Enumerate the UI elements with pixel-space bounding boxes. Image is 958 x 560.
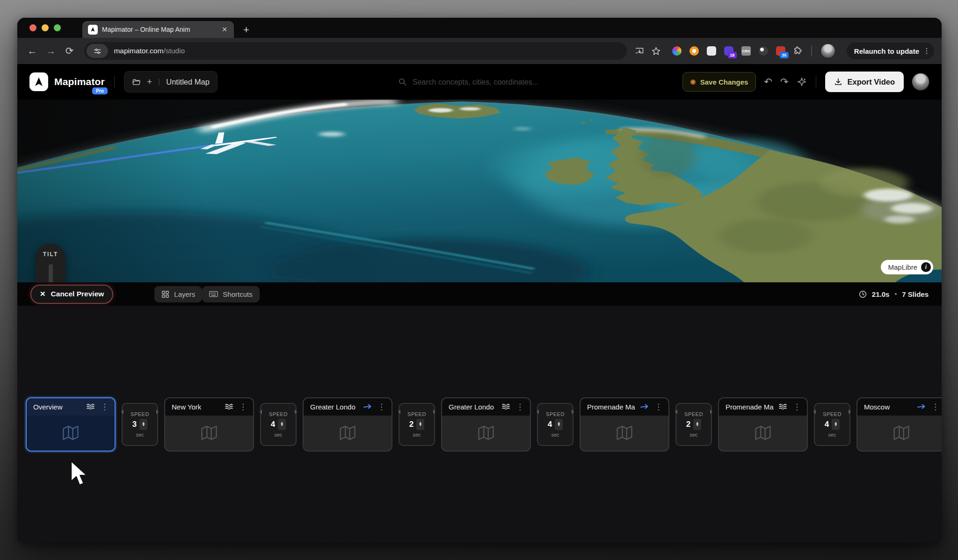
zoom-window-button[interactable] — [54, 24, 61, 31]
speed-stepper[interactable]: ▲▼ — [832, 419, 840, 430]
slide-menu-icon[interactable]: ⋮ — [376, 403, 387, 411]
speed-value[interactable]: 4 — [548, 420, 552, 429]
export-video-button[interactable]: Export Video — [825, 72, 904, 92]
speed-stepper[interactable]: ▲▼ — [139, 419, 147, 430]
forward-button[interactable]: → — [44, 45, 58, 57]
undo-button[interactable]: ↶ — [764, 76, 772, 87]
close-window-button[interactable] — [29, 24, 36, 31]
url-text[interactable]: mapimator.com/studio — [114, 47, 185, 55]
speed-connector: SPEED2▲▼sec — [399, 403, 435, 446]
profile-avatar[interactable] — [820, 43, 835, 58]
slide-menu-icon[interactable]: ⋮ — [99, 403, 110, 411]
purple-extension-icon[interactable]: 18 — [724, 46, 734, 56]
slide-thumbnail[interactable] — [719, 416, 807, 451]
install-app-icon[interactable] — [634, 46, 645, 56]
slide-menu-icon[interactable]: ⋮ — [515, 403, 525, 411]
speed-value[interactable]: 4 — [271, 420, 275, 429]
save-changes-button[interactable]: Save Changes — [682, 72, 756, 92]
user-avatar[interactable] — [912, 73, 929, 91]
browser-menu-icon[interactable]: ⋮ — [923, 47, 930, 55]
slide-card-moscow[interactable]: Moscow⋮ — [856, 397, 942, 452]
map-attribution[interactable]: MapLibre i — [881, 260, 933, 274]
slide-card-greater-londo[interactable]: Greater Londo⋮ — [303, 397, 392, 452]
redo-button[interactable]: ↷ — [780, 76, 789, 87]
cancel-preview-button[interactable]: ✕ Cancel Preview — [30, 285, 113, 304]
slide-title: Greater Londo — [449, 403, 498, 411]
back-button[interactable]: ← — [25, 45, 40, 57]
speed-unit: sec — [136, 432, 144, 438]
tab-close-icon[interactable]: ✕ — [221, 26, 228, 33]
timeline-summary: 21.0s • 7 Slides — [859, 290, 929, 298]
speed-stepper[interactable]: ▲▼ — [555, 419, 563, 430]
crx-extension-icon[interactable]: CRX — [741, 46, 751, 56]
bookmark-star-icon[interactable] — [651, 46, 661, 56]
address-bar[interactable]: mapimator.com/studio — [84, 42, 626, 60]
ai-sparkle-icon[interactable] — [797, 77, 807, 87]
speed-value[interactable]: 3 — [132, 420, 137, 429]
tilt-track-upper — [49, 264, 53, 282]
slide-thumbnail[interactable] — [165, 416, 253, 451]
new-map-button[interactable]: + — [147, 77, 152, 87]
layers-label: Layers — [174, 290, 195, 298]
swirl-extension-icon[interactable] — [758, 46, 769, 56]
mapimator-logo-icon[interactable] — [29, 72, 48, 91]
amber-circle-extension-icon[interactable] — [689, 46, 699, 56]
slide-card-promenade-ma[interactable]: Promenade Ma⋮ — [718, 397, 808, 452]
animation-waves-icon — [778, 403, 788, 410]
reload-button[interactable]: ⟳ — [62, 45, 77, 57]
map-viewport[interactable]: TILT 40° SATELLITE MapLibre — [17, 100, 942, 282]
slide-thumbnail[interactable] — [304, 416, 392, 451]
slide-thumbnail[interactable] — [27, 416, 115, 451]
speed-value[interactable]: 2 — [409, 420, 414, 429]
stepper-down-icon[interactable]: ▼ — [696, 424, 699, 427]
site-settings-icon[interactable] — [87, 44, 108, 58]
speed-stepper[interactable]: ▲▼ — [416, 419, 424, 430]
browser-toolbar: ← → ⟳ mapimator.com/studio — [17, 38, 942, 64]
slide-card-overview[interactable]: Overview⋮ — [26, 397, 116, 452]
slide-header: Greater Londo⋮ — [442, 398, 530, 416]
slide-card-greater-londo[interactable]: Greater Londo⋮ — [441, 397, 531, 452]
shortcuts-button[interactable]: Shortcuts — [202, 286, 259, 302]
slide-thumbnail[interactable] — [857, 416, 942, 451]
slide-thumbnail[interactable] — [442, 416, 530, 451]
clock-icon — [859, 290, 867, 298]
slide-menu-icon[interactable]: ⋮ — [238, 403, 248, 411]
tilt-slider[interactable] — [49, 264, 53, 282]
stepper-down-icon[interactable]: ▼ — [142, 424, 145, 427]
slide-card-promenade-ma[interactable]: Promenade Ma⋮ — [580, 397, 669, 452]
calendar-extension-icon[interactable]: 35 — [776, 46, 786, 56]
stepper-down-icon[interactable]: ▼ — [280, 424, 284, 427]
pro-badge: Pro — [92, 87, 108, 94]
slide-menu-icon[interactable]: ⋮ — [930, 403, 941, 411]
stepper-down-icon[interactable]: ▼ — [557, 424, 561, 427]
speed-stepper[interactable]: ▲▼ — [278, 419, 286, 430]
stepper-down-icon[interactable]: ▼ — [419, 424, 422, 427]
layers-button[interactable]: Layers — [154, 286, 202, 302]
relaunch-button[interactable]: Relaunch to update ⋮ — [847, 43, 934, 59]
tab-strip: Mapimator – Online Map Anim ✕ + — [17, 18, 942, 38]
browser-tab[interactable]: Mapimator – Online Map Anim ✕ — [82, 21, 234, 38]
document-title[interactable]: Untitled Map — [166, 78, 210, 86]
attribution-label[interactable]: MapLibre — [888, 263, 917, 271]
info-icon[interactable]: i — [921, 262, 931, 272]
slide-menu-icon[interactable]: ⋮ — [653, 403, 664, 411]
screenshot-extension-icon[interactable] — [706, 46, 717, 56]
search-bar[interactable]: Search concepts, cities, coordinates... — [398, 78, 538, 86]
color-wheel-extension-icon[interactable] — [672, 46, 682, 56]
slide-menu-icon[interactable]: ⋮ — [791, 403, 802, 411]
speed-value[interactable]: 2 — [686, 420, 690, 429]
speed-value[interactable]: 4 — [825, 420, 829, 429]
open-folder-icon[interactable] — [132, 78, 141, 86]
keyboard-icon — [209, 290, 218, 298]
slide-card-new-york[interactable]: New York⋮ — [164, 397, 254, 452]
minimize-window-button[interactable] — [42, 24, 49, 31]
window-controls[interactable] — [29, 24, 61, 31]
brand-name: Mapimator — [54, 76, 105, 87]
slide-title: Promenade Ma — [726, 403, 775, 411]
new-tab-button[interactable]: + — [243, 25, 249, 35]
speed-stepper[interactable]: ▲▼ — [693, 419, 701, 430]
slide-thumbnail[interactable] — [581, 416, 668, 451]
extensions-puzzle-icon[interactable] — [792, 46, 803, 56]
extension-badge: 18 — [728, 52, 737, 58]
stepper-down-icon[interactable]: ▼ — [834, 424, 838, 427]
